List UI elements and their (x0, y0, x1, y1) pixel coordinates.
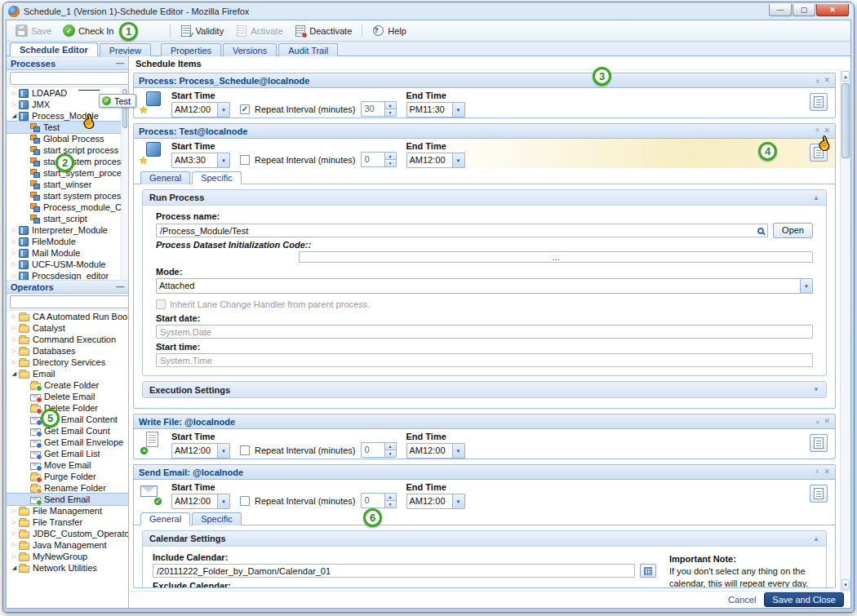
repeat-interval-stepper[interactable]: 0 ▲▼ (361, 493, 397, 508)
start-date-field[interactable]: System.Date (156, 325, 813, 339)
help-button[interactable]: ? Help (367, 23, 411, 38)
processes-search-input[interactable] (11, 73, 129, 83)
chevron-down-icon[interactable]: ▼ (217, 494, 229, 508)
end-time-select[interactable]: AM12:00 ▼ (406, 494, 465, 509)
open-button[interactable]: Open (773, 223, 813, 238)
cancel-link[interactable]: Cancel (728, 595, 756, 605)
collapse-icon[interactable]: » (814, 471, 821, 473)
expand-arrow-icon[interactable]: ▷ (10, 519, 19, 525)
expand-arrow-icon[interactable]: ▷ (10, 336, 19, 343)
end-time-select[interactable]: PM11:30 ▼ (406, 102, 465, 117)
remove-item-icon[interactable]: ✕ (824, 468, 830, 476)
collapse-icon[interactable]: » (814, 79, 821, 82)
collapse-icon[interactable]: » (814, 420, 821, 423)
spin-up-icon[interactable]: ▲ (385, 494, 396, 501)
repeat-interval-stepper[interactable]: 0 ▲▼ (361, 152, 397, 167)
chevron-down-icon[interactable]: ▼ (452, 153, 464, 167)
item-details-button[interactable] (810, 485, 828, 503)
tab-general[interactable]: General (140, 171, 190, 184)
end-time-select[interactable]: AM12:00 ▼ (406, 443, 465, 459)
expand-arrow-icon[interactable]: ▷ (10, 359, 19, 366)
spin-down-icon[interactable]: ▼ (385, 109, 396, 116)
item-details-button[interactable] (810, 434, 828, 452)
expand-arrow-icon[interactable]: ▷ (10, 273, 19, 279)
repeat-interval-checkbox[interactable] (240, 104, 250, 114)
tree-item-mynewgroup[interactable]: ▷MyNewGroup (7, 551, 128, 562)
processes-scrollbar[interactable] (121, 87, 128, 280)
tree-item-process-module-cust[interactable]: Process_module_Cust (7, 202, 128, 213)
tree-item-network-utilities[interactable]: ◢Network Utilities (7, 562, 128, 574)
expand-arrow-icon[interactable]: ▷ (10, 553, 19, 560)
maximize-button[interactable]: ▢ (793, 4, 815, 16)
tree-item-filemodule[interactable]: ▷FileModule (7, 236, 128, 247)
process-name-field[interactable]: /Process_Module/Test (156, 224, 768, 237)
main-scrollbar[interactable]: ▲ ▼ (840, 70, 850, 591)
inherit-lane-checkbox[interactable] (156, 299, 166, 309)
tree-item-send-email[interactable]: Send Email (7, 494, 128, 505)
execution-settings-header[interactable]: Execution Settings ▼ (143, 382, 826, 397)
tree-item-create-folder[interactable]: Create Folder (7, 379, 128, 391)
tab-properties[interactable]: Properties (161, 43, 221, 56)
check-in-button[interactable]: ✓ Check In (58, 23, 118, 38)
tree-item-delete-email[interactable]: Delete Email (7, 391, 128, 402)
collapse-panel-icon[interactable]: — (116, 60, 124, 68)
tree-item-delete-folder[interactable]: Delete Folder (7, 402, 128, 414)
tree-item-start-system-process[interactable]: start system process (7, 190, 128, 202)
close-button[interactable]: ✕ (816, 4, 849, 16)
expand-arrow-icon[interactable]: ▷ (10, 313, 19, 320)
tab-specific[interactable]: Specific (192, 171, 242, 184)
titlebar[interactable]: Schedule_1 (Version 1)-Schedule Editor -… (6, 2, 851, 20)
dataset-init-field[interactable]: ... (299, 251, 813, 263)
expand-arrow-icon[interactable]: ▷ (10, 90, 19, 96)
spin-down-icon[interactable]: ▼ (385, 450, 396, 457)
chevron-down-icon[interactable]: ▼ (800, 279, 812, 293)
tree-item-interpreter-module[interactable]: ▷Interpreter_Module (7, 224, 128, 236)
tab-audit-trail[interactable]: Audit Trail (278, 43, 338, 56)
tree-item-get-email-content[interactable]: Get Email Content (7, 414, 128, 425)
calendar-settings-header[interactable]: Calendar Settings ▲ (143, 531, 826, 547)
chevron-down-icon[interactable]: ▼ (452, 444, 464, 458)
tree-item-get-email-count[interactable]: Get Email Count (7, 425, 128, 437)
chevron-down-icon[interactable]: ▼ (217, 103, 229, 117)
tab-schedule-editor[interactable]: Schedule Editor (10, 42, 98, 56)
expand-arrow-icon[interactable]: ▷ (10, 250, 19, 256)
repeat-interval-checkbox[interactable] (240, 155, 250, 165)
expand-arrow-icon[interactable]: ▷ (10, 530, 19, 537)
minimize-button[interactable]: — (769, 4, 792, 16)
start-time-select[interactable]: AM12:00 ▼ (171, 102, 230, 117)
scroll-up-icon[interactable]: ▲ (841, 71, 850, 82)
expand-arrow-icon[interactable]: ▷ (10, 507, 19, 514)
expand-arrow-icon[interactable]: ▷ (10, 542, 19, 548)
collapse-section-icon[interactable]: ▲ (813, 194, 819, 202)
tree-item-jdbc-custom-operators[interactable]: ▷JDBC_Custom_Operators (7, 528, 128, 539)
collapse-section-icon[interactable]: ▲ (813, 535, 819, 543)
chevron-down-icon[interactable]: ▼ (217, 444, 229, 458)
run-process-header[interactable]: Run Process ▲ (143, 190, 826, 206)
tree-item-procsdesign-editor[interactable]: ▷Procsdesign_editor (7, 270, 128, 280)
collapse-arrow-icon[interactable]: ◢ (10, 113, 19, 119)
repeat-interval-label[interactable]: Repeat Interval (minutes) (255, 155, 356, 165)
include-calendar-field[interactable]: /20111222_Folder_by_Damon/Calendar_01 (153, 564, 635, 578)
tree-item-rename-folder[interactable]: Rename Folder (7, 482, 128, 494)
calendar-picker-button[interactable] (640, 564, 656, 578)
save-button[interactable]: Save (11, 23, 56, 38)
collapse-arrow-icon[interactable]: ◢ (10, 565, 19, 571)
start-time-select[interactable]: AM12:00 ▼ (171, 494, 230, 509)
expand-arrow-icon[interactable]: ▷ (10, 348, 19, 354)
spin-up-icon[interactable]: ▲ (385, 102, 396, 109)
repeat-interval-checkbox[interactable] (240, 496, 250, 506)
expand-arrow-icon[interactable]: ▷ (10, 101, 19, 108)
tree-item-ca-automated-run-book[interactable]: ▷CA Automated Run Book (7, 311, 128, 322)
repeat-interval-label[interactable]: Repeat Interval (minutes) (255, 445, 356, 455)
spin-down-icon[interactable]: ▼ (385, 160, 396, 166)
expand-arrow-icon[interactable]: ▷ (10, 227, 19, 233)
tree-item-get-email-list[interactable]: Get Email List (7, 448, 128, 459)
tree-item-start-script[interactable]: start_script (7, 213, 128, 224)
expand-section-icon[interactable]: ▼ (813, 386, 819, 393)
tree-item-mail-module[interactable]: ▷Mail Module (7, 247, 128, 259)
expand-arrow-icon[interactable]: ▷ (10, 261, 19, 268)
remove-item-icon[interactable]: ✕ (824, 127, 830, 135)
tree-item-databases[interactable]: ▷Databases (7, 345, 128, 357)
tree-item-global-process[interactable]: Global Process (7, 133, 128, 144)
tree-item-move-email[interactable]: Move Email (7, 459, 128, 471)
